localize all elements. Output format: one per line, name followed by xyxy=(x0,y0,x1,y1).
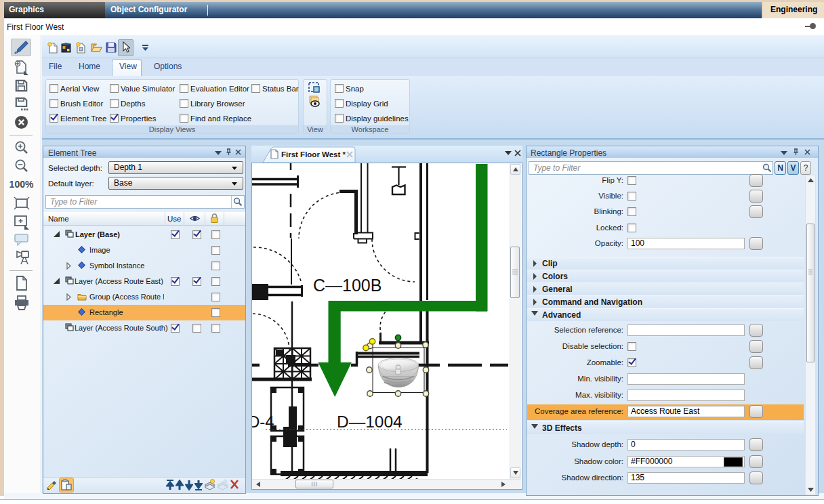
svg-text:D—1004: D—1004 xyxy=(337,413,403,431)
svg-text:C—100B: C—100B xyxy=(313,276,382,295)
svg-text:D-4: D-4 xyxy=(252,413,274,431)
